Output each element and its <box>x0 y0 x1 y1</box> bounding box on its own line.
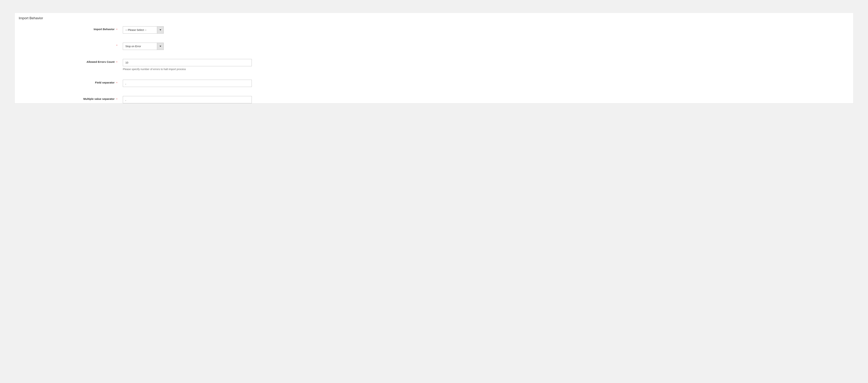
chevron-down-icon <box>159 29 161 31</box>
field-field-separator: Field separator * <box>20 80 848 87</box>
control-col: Stop on Error <box>123 43 848 50</box>
import-behavior-select[interactable]: -- Please Select -- <box>123 26 164 34</box>
required-asterisk-icon: * <box>117 61 117 64</box>
allowed-errors-count-input[interactable] <box>123 59 252 66</box>
control-col <box>123 96 848 103</box>
label-multiple-value-separator: Multiple value separator <box>83 97 115 100</box>
error-strategy-select[interactable]: Stop on Error <box>123 43 164 50</box>
import-behavior-fieldset: Import Behavior Import Behavior * -- Ple… <box>14 13 854 103</box>
label-allowed-errors-count: Allowed Errors Count <box>87 60 115 63</box>
required-asterisk-icon: * <box>117 82 117 84</box>
field-import-behavior: Import Behavior * -- Please Select -- <box>20 26 848 34</box>
label-col: Allowed Errors Count * <box>20 59 123 63</box>
form-body: Import Behavior * -- Please Select -- * <box>15 25 853 103</box>
control-col <box>123 80 848 87</box>
required-asterisk-icon: * <box>117 44 117 47</box>
required-asterisk-icon: * <box>117 98 117 101</box>
multiple-value-separator-input[interactable] <box>123 96 252 103</box>
field-allowed-errors-count: Allowed Errors Count * Please specify nu… <box>20 59 848 71</box>
required-asterisk-icon: * <box>117 28 117 31</box>
control-col: Please specify number of errors to halt … <box>123 59 848 71</box>
select-value: -- Please Select -- <box>123 27 157 33</box>
chevron-down-icon <box>159 46 161 47</box>
select-arrow-button[interactable] <box>157 27 163 33</box>
select-value: Stop on Error <box>123 43 157 50</box>
label-col: Import Behavior * <box>20 26 123 31</box>
control-col: -- Please Select -- <box>123 26 848 34</box>
field-separator-input[interactable] <box>123 80 252 87</box>
label-col: Multiple value separator * <box>20 96 123 100</box>
fieldset-legend: Import Behavior <box>15 13 853 25</box>
label-import-behavior: Import Behavior <box>94 28 115 31</box>
label-col: * <box>20 43 123 46</box>
select-arrow-button[interactable] <box>157 43 163 50</box>
label-col: Field separator * <box>20 80 123 84</box>
field-multiple-value-separator: Multiple value separator * <box>20 96 848 103</box>
field-error-strategy: * Stop on Error <box>20 43 848 50</box>
label-field-separator: Field separator <box>95 81 115 84</box>
help-text-allowed-errors: Please specify number of errors to halt … <box>123 68 848 71</box>
